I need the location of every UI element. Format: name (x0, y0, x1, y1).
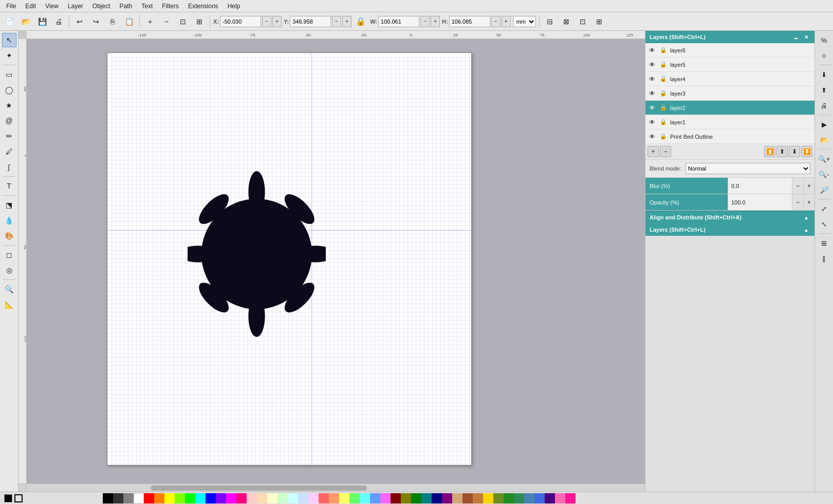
color-swatch-tan[interactable] (452, 493, 462, 503)
color-swatch-lightpurple[interactable] (308, 493, 319, 503)
zoom-out2-btn[interactable]: 🔍- (817, 167, 831, 181)
blend-select[interactable]: Normal Multiply Screen Overlay Darken Li… (686, 163, 810, 174)
menu-filters[interactable]: Filters (158, 2, 183, 11)
layer-move-down-btn[interactable]: ⬇ (789, 146, 800, 157)
snap-nodes-btn[interactable]: ⊹ (817, 48, 831, 63)
layer4-visibility-icon[interactable]: 👁 (647, 74, 657, 84)
snap-btn-3[interactable]: ⊡ (576, 14, 590, 29)
grid-btn-1[interactable]: ⊞ (817, 236, 831, 250)
blur-minus-btn[interactable]: − (792, 178, 803, 194)
layers2-collapse-btn[interactable]: ▲ (802, 226, 810, 234)
color-swatch-black[interactable] (103, 493, 113, 503)
color-swatch-violet[interactable] (380, 493, 391, 503)
color-swatch-pink[interactable] (236, 493, 247, 503)
color-swatch-green[interactable] (185, 493, 195, 503)
paste-button[interactable]: 📋 (122, 14, 136, 29)
import-btn[interactable]: ⬇ (817, 67, 831, 82)
layer1-lock-icon[interactable]: 🔒 (659, 118, 668, 127)
color-swatch-lime[interactable] (175, 493, 185, 503)
color-swatch-darkred[interactable] (391, 493, 401, 503)
print-bed-visibility-icon[interactable]: 👁 (647, 132, 657, 141)
color-swatch-peach[interactable] (257, 493, 267, 503)
layer-row-layer1[interactable]: 👁 🔒 layer1 (645, 115, 815, 129)
h-minus-btn[interactable]: − (491, 16, 501, 27)
zoom-out-btn[interactable]: − (159, 14, 174, 29)
redo-button[interactable]: ↪ (89, 14, 103, 29)
menu-object[interactable]: Object (88, 2, 115, 11)
layer-row-print-bed[interactable]: 👁 🔒 Print Bed Outline (645, 129, 815, 144)
main-shape[interactable] (188, 127, 326, 374)
tool-measure[interactable]: 📐 (2, 297, 16, 312)
layer2-visibility-icon[interactable]: 👁 (647, 103, 657, 113)
layer1-visibility-icon[interactable]: 👁 (647, 118, 657, 127)
color-swatch-khaki[interactable] (339, 493, 349, 503)
w-minus-btn[interactable]: − (420, 16, 430, 27)
print-bed-lock-icon[interactable]: 🔒 (659, 132, 668, 141)
tool-eraser[interactable]: ◻ (2, 248, 16, 262)
color-swatch-orange[interactable] (154, 493, 164, 503)
h-input[interactable] (449, 16, 490, 27)
tool-pencil[interactable]: ✏ (2, 129, 16, 143)
fill-indicator[interactable] (4, 494, 12, 502)
layers-close-btn[interactable]: ✕ (802, 33, 810, 41)
undo-button[interactable]: ↩ (72, 14, 87, 29)
layer-row-layer3[interactable]: 👁 🔒 layer3 (645, 86, 815, 101)
color-swatch-yellow[interactable] (164, 493, 175, 503)
menu-path[interactable]: Path (116, 2, 137, 11)
align-collapse-btn[interactable]: ▲ (802, 213, 810, 221)
color-swatch-darkgreen[interactable] (411, 493, 421, 503)
tool-rect[interactable]: ▭ (2, 67, 16, 82)
menu-help[interactable]: Help (224, 2, 245, 11)
scrollbar-horizontal[interactable] (27, 483, 645, 492)
color-swatch-cornflower[interactable] (370, 493, 380, 503)
y-input[interactable] (290, 16, 331, 27)
color-swatch-medgreen[interactable] (349, 493, 360, 503)
y-minus-btn[interactable]: − (332, 16, 341, 27)
color-swatch-medcyan[interactable] (360, 493, 370, 503)
open-button[interactable]: 📂 (18, 14, 33, 29)
tool-text[interactable]: T (2, 179, 16, 193)
zoom-in2-btn[interactable]: 🔍+ (817, 152, 831, 166)
tool-spiral[interactable]: @ (2, 114, 16, 128)
menu-view[interactable]: View (41, 2, 63, 11)
zoom-sel-btn[interactable]: ⊞ (192, 14, 207, 29)
color-swatch-blue[interactable] (206, 493, 216, 503)
tool-select[interactable]: ↖ (2, 33, 16, 47)
scrollbar-thumb[interactable] (151, 486, 367, 491)
layer-row-layer6[interactable]: 👁 🔒 layer6 (645, 43, 815, 58)
snap-btn-1[interactable]: ⊟ (543, 14, 557, 29)
tool-star[interactable]: ★ (2, 98, 16, 113)
stroke-indicator[interactable] (14, 494, 23, 502)
zoom-fit-btn[interactable]: ⊡ (176, 14, 190, 29)
canvas-viewport[interactable] (27, 39, 645, 483)
transform-btn-2[interactable]: ⤡ (817, 217, 831, 231)
layer6-lock-icon[interactable]: 🔒 (659, 46, 668, 55)
color-swatch-cyan[interactable] (195, 493, 206, 503)
x-minus-btn[interactable]: − (262, 16, 271, 27)
color-swatch-coral[interactable] (329, 493, 339, 503)
layer-row-layer4[interactable]: 👁 🔒 layer4 (645, 72, 815, 86)
layer-row-layer2[interactable]: 👁 🔒 layer2 (645, 101, 815, 115)
lock-aspect-btn[interactable]: 🔒 (354, 14, 368, 29)
color-swatch-sienna[interactable] (473, 493, 483, 503)
x-input[interactable] (220, 16, 261, 27)
layer5-visibility-icon[interactable]: 👁 (647, 60, 657, 69)
color-swatch-lightgreen[interactable] (277, 493, 288, 503)
zoom-fit2-btn[interactable]: 🔎 (817, 182, 831, 197)
y-plus-btn[interactable]: + (342, 16, 351, 27)
color-swatch-lightpink[interactable] (247, 493, 257, 503)
layer-move-up-btn[interactable]: ⬆ (776, 146, 788, 157)
layers-panel-header[interactable]: Layers (Shift+Ctrl+L) 🗕 ✕ (645, 31, 815, 43)
layer3-lock-icon[interactable]: 🔒 (659, 89, 668, 98)
layers-minimize-btn[interactable]: 🗕 (792, 33, 800, 41)
open2-btn[interactable]: 📂 (817, 133, 831, 147)
menu-file[interactable]: File (2, 2, 20, 11)
w-input[interactable] (378, 16, 419, 27)
tool-zoom[interactable]: 🔍 (2, 282, 16, 296)
menu-text[interactable]: Text (137, 2, 157, 11)
color-swatch-lightcyan[interactable] (288, 493, 298, 503)
unit-select[interactable]: mmpxcmin (513, 16, 536, 27)
snap-btn-2[interactable]: ⊠ (559, 14, 573, 29)
layer4-lock-icon[interactable]: 🔒 (659, 74, 668, 84)
color-swatch-deeppink[interactable] (565, 493, 576, 503)
